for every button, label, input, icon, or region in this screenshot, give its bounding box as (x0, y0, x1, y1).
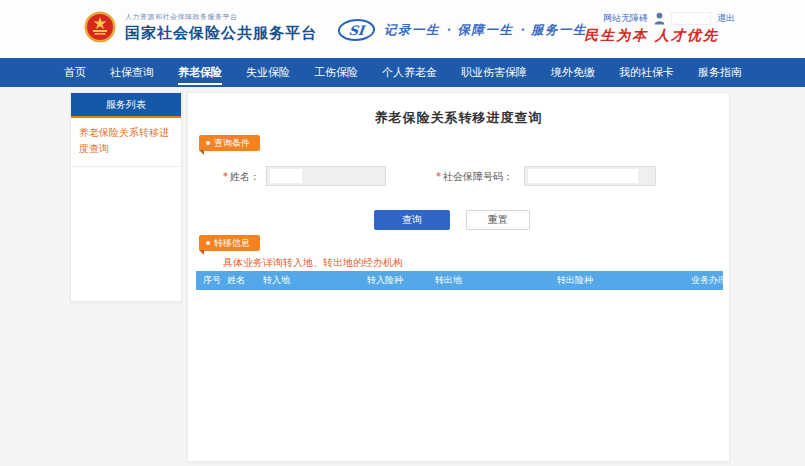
page-title: 养老保险关系转移进度查询 (188, 109, 729, 127)
sidebar-title: 服务列表 (71, 93, 181, 118)
accessibility-link[interactable]: 网站无障碍 (603, 12, 648, 25)
nav-item-overseas-exemption[interactable]: 境外免缴 (551, 58, 595, 87)
reset-button[interactable]: 重置 (466, 210, 530, 230)
ssn-label-text: 社会保障号码： (443, 171, 513, 182)
user-links: 网站无障碍 退出 (603, 12, 735, 25)
platform-logo: 人力资源和社会保障政务服务平台 国家社会保险公共服务平台 (84, 9, 317, 45)
nav-item-work-injury[interactable]: 工伤保险 (314, 58, 358, 87)
col-transfer-out-place: 转出地 (435, 274, 557, 287)
motto-calligraphy: 民生为本 人才优先 (584, 27, 719, 45)
nav-item-unemployment[interactable]: 失业保险 (246, 58, 290, 87)
tag-bullet-icon-2 (206, 241, 210, 245)
tag-bullet-icon (206, 141, 210, 145)
col-transfer-in-place: 转入地 (263, 274, 367, 287)
name-label-text: 姓名： (230, 171, 260, 182)
col-seq: 序号 (203, 274, 227, 287)
nav-item-service-guide[interactable]: 服务指南 (698, 58, 742, 87)
ssn-input[interactable] (524, 166, 656, 186)
col-transfer-in-type: 转入险种 (367, 274, 435, 287)
query-conditions-label: 查询条件 (214, 137, 250, 150)
slogan-block: SI 记录一生 · 保障一生 · 服务一生 (338, 19, 587, 41)
nav-item-shebao-query[interactable]: 社保查询 (110, 58, 154, 87)
sidebar-item-transfer-progress-query[interactable]: 养老保险关系转移进度查询 (71, 118, 181, 167)
page-header: 人力资源和社会保障政务服务平台 国家社会保险公共服务平台 SI 记录一生 · 保… (0, 0, 805, 58)
platform-title: 国家社会保险公共服务平台 (125, 24, 317, 43)
name-input[interactable] (266, 166, 386, 186)
nav-item-occupational-injury[interactable]: 职业伤害保障 (461, 58, 527, 87)
col-name: 姓名 (227, 274, 263, 287)
transfer-note: 具体业务详询转入地、转出地的经办机构 (223, 256, 403, 270)
main-content: 养老保险关系转移进度查询 查询条件 *姓名： *社会保障号码： 查询 重置 转移… (187, 92, 730, 462)
slogan-text: 记录一生 · 保障一生 · 服务一生 (384, 22, 587, 39)
username-redacted (671, 12, 711, 25)
main-nav: 首页 社保查询 养老保险 失业保险 工伤保险 个人养老金 职业伤害保障 境外免缴… (0, 58, 805, 87)
name-value-redacted (270, 169, 302, 183)
platform-subtitle: 人力资源和社会保障政务服务平台 (125, 12, 317, 22)
col-business-handling: 业务办理 (691, 274, 723, 287)
national-emblem-icon (84, 9, 116, 45)
transfer-info-tag: 转移信息 (199, 235, 260, 251)
service-sidebar: 服务列表 养老保险关系转移进度查询 (70, 92, 182, 302)
button-row: 查询 重置 (188, 210, 729, 230)
nav-item-home[interactable]: 首页 (64, 58, 86, 87)
query-button[interactable]: 查询 (374, 210, 450, 230)
ssn-field-label: *社会保障号码： (436, 170, 513, 184)
col-transfer-out-type: 转出险种 (557, 274, 689, 287)
si-logo-icon: SI (337, 19, 376, 41)
nav-item-personal-pension[interactable]: 个人养老金 (382, 58, 437, 87)
required-marker: * (223, 171, 228, 182)
ssn-value-redacted (528, 169, 638, 183)
nav-item-pension[interactable]: 养老保险 (178, 58, 222, 87)
results-table-header: 序号 姓名 转入地 转入险种 转出地 转出险种 业务办理 (196, 271, 723, 290)
nav-item-my-card[interactable]: 我的社保卡 (619, 58, 674, 87)
query-form: *姓名： *社会保障号码： (188, 166, 729, 186)
logout-link[interactable]: 退出 (717, 12, 735, 25)
platform-title-block: 人力资源和社会保障政务服务平台 国家社会保险公共服务平台 (125, 12, 317, 43)
required-marker-2: * (436, 171, 441, 182)
name-field-label: *姓名： (223, 170, 260, 184)
query-conditions-tag: 查询条件 (199, 135, 260, 151)
user-icon (654, 12, 665, 25)
transfer-info-label: 转移信息 (214, 237, 250, 250)
